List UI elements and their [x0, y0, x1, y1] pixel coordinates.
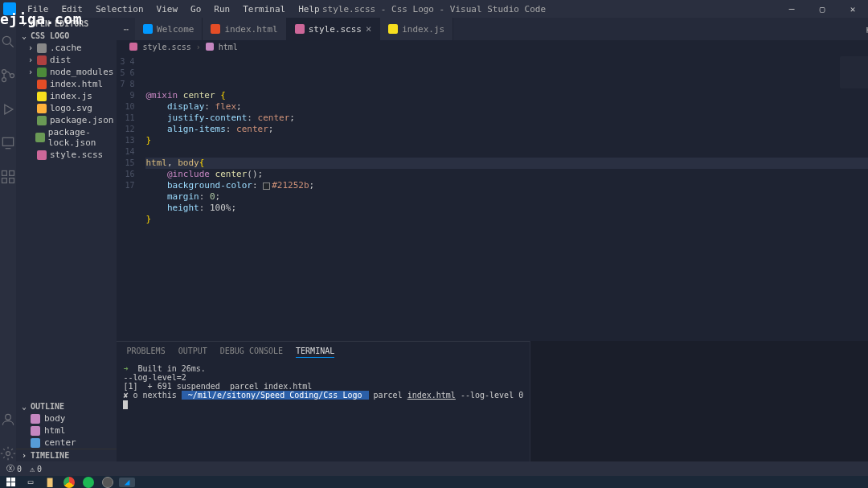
menu-selection[interactable]: Selection [91, 2, 149, 16]
window-controls: ─ ▢ ✕ [776, 0, 868, 18]
tree-file[interactable]: index.html [24, 78, 117, 90]
menu-bar: File Edit Selection View Go Run Terminal… [23, 2, 325, 16]
panel-tab-problems[interactable]: PROBLEMS [126, 345, 165, 358]
tab-style-scss[interactable]: style.scss× [287, 18, 380, 40]
svg-point-12 [6, 414, 11, 420]
line-number-gutter: 3 4 5 6 7 8 9 10 11 12 13 14 15 16 17 [117, 53, 145, 341]
svg-marker-5 [5, 105, 13, 114]
task-view-icon[interactable]: ▭ [23, 478, 39, 487]
spotify-icon[interactable] [80, 478, 96, 487]
svg-point-2 [2, 70, 6, 74]
json-file-icon [35, 133, 45, 142]
chevron-down-icon: ⌄ [21, 402, 27, 411]
start-button[interactable] [3, 478, 19, 487]
svg-rect-15 [11, 478, 15, 482]
code-editor[interactable]: 3 4 5 6 7 8 9 10 11 12 13 14 15 16 17 @m… [117, 53, 868, 341]
minimap[interactable] [840, 56, 868, 88]
tree-folder[interactable]: ›node_modules [24, 66, 117, 78]
svg-rect-8 [2, 171, 7, 176]
minimize-button[interactable]: ─ [776, 0, 807, 18]
project-section[interactable]: ⌄ CSS LOGO [16, 30, 117, 42]
svg-file-icon [37, 104, 47, 113]
vscode-taskbar-icon[interactable]: ◢ [119, 478, 135, 487]
app-icon[interactable] [100, 478, 116, 487]
activity-bar [0, 18, 16, 461]
run-debug-icon[interactable] [0, 101, 16, 117]
editor-pane: ⋯ Welcome index.html style.scss× index.j… [117, 18, 868, 461]
tab-welcome[interactable]: Welcome [135, 18, 203, 40]
secondary-panel [530, 341, 868, 461]
bottom-panel: PROBLEMS OUTPUT DEBUG CONSOLE TERMINAL ➜… [117, 341, 530, 461]
menu-file[interactable]: File [23, 2, 54, 16]
outline-item[interactable]: center [31, 437, 117, 449]
chevron-down-icon: ⌄ [21, 31, 27, 40]
source-control-icon[interactable] [0, 68, 16, 84]
vscode-logo-icon [3, 2, 16, 15]
menu-go[interactable]: Go [186, 2, 206, 16]
status-errors[interactable]: ⓧ 0 [6, 463, 22, 474]
symbol-element-icon [31, 414, 40, 424]
file-explorer-icon[interactable]: ▇ [42, 478, 58, 487]
chrome-icon[interactable] [61, 478, 77, 487]
menu-run[interactable]: Run [209, 2, 235, 16]
explorer-sidebar: › OPEN EDITORS ⌄ CSS LOGO ›.cache ›dist … [16, 18, 117, 461]
breadcrumb-symbol[interactable]: html [219, 43, 238, 51]
tree-file[interactable]: index.js [24, 90, 117, 102]
remote-icon[interactable] [0, 135, 16, 151]
svg-rect-16 [6, 482, 10, 486]
panel-tab-terminal[interactable]: TERMINAL [296, 345, 334, 358]
settings-gear-icon[interactable] [0, 445, 16, 461]
tree-file[interactable]: package.json [24, 114, 117, 126]
js-file-icon [388, 24, 398, 34]
editor-tabbar: ⋯ Welcome index.html style.scss× index.j… [117, 18, 868, 40]
close-button[interactable]: ✕ [837, 0, 868, 18]
more-actions-icon[interactable]: ⋯ [117, 18, 135, 40]
code-content[interactable]: @mixin center { display: flex; justify-c… [145, 53, 868, 341]
window-title: style.scss - Css Logo - Visual Studio Co… [322, 4, 546, 14]
menu-terminal[interactable]: Terminal [238, 2, 290, 16]
svg-point-13 [6, 452, 10, 456]
tree-folder[interactable]: ›.cache [24, 42, 117, 54]
extensions-icon[interactable] [0, 169, 16, 185]
outline-item[interactable]: html [31, 424, 117, 437]
timeline-section[interactable]: › TIMELINE [16, 449, 117, 461]
tree-file[interactable]: style.scss [24, 149, 117, 161]
scss-file-icon [295, 24, 305, 34]
tab-index-js[interactable]: index.js [380, 18, 453, 40]
scss-file-icon [129, 43, 137, 51]
tree-file[interactable]: logo.svg [24, 102, 117, 114]
account-icon[interactable] [0, 412, 16, 428]
search-icon[interactable] [0, 34, 16, 50]
title-bar: File Edit Selection View Go Run Terminal… [0, 0, 868, 18]
svg-rect-9 [10, 171, 14, 176]
breadcrumb-file[interactable]: style.scss [142, 43, 190, 51]
status-warnings[interactable]: ⚠ 0 [30, 465, 42, 474]
svg-rect-14 [6, 478, 10, 482]
symbol-mixin-icon [31, 438, 40, 448]
breadcrumb[interactable]: style.scss › html [117, 40, 868, 53]
json-file-icon [37, 116, 47, 125]
symbol-element-icon [206, 43, 214, 51]
close-tab-icon[interactable]: × [366, 23, 371, 35]
tab-index-html[interactable]: index.html [203, 18, 286, 40]
svg-rect-6 [2, 137, 13, 146]
symbol-element-icon [31, 426, 40, 436]
folder-icon [37, 68, 47, 77]
terminal-output[interactable]: ➜ Built in 26ms. --log-level=2 [1] + 691… [117, 361, 530, 461]
tree-folder[interactable]: ›dist [24, 54, 117, 66]
panel-tab-debug-console[interactable]: DEBUG CONSOLE [220, 345, 283, 358]
folder-icon [37, 43, 47, 53]
tree-file[interactable]: package-lock.json [24, 126, 117, 149]
outline-section[interactable]: ⌄ OUTLINE [16, 400, 117, 412]
outline-item[interactable]: body [31, 412, 117, 424]
maximize-button[interactable]: ▢ [807, 0, 837, 18]
open-editors-section[interactable]: › OPEN EDITORS [16, 18, 117, 30]
panel-tab-output[interactable]: OUTPUT [178, 345, 207, 358]
menu-view[interactable]: View [152, 2, 183, 16]
vscode-icon [143, 24, 153, 34]
status-bar: ⓧ 0 ⚠ 0 [0, 461, 868, 476]
svg-point-3 [2, 78, 6, 82]
menu-help[interactable]: Help [293, 2, 325, 16]
js-file-icon [37, 92, 47, 101]
menu-edit[interactable]: Edit [57, 2, 88, 16]
